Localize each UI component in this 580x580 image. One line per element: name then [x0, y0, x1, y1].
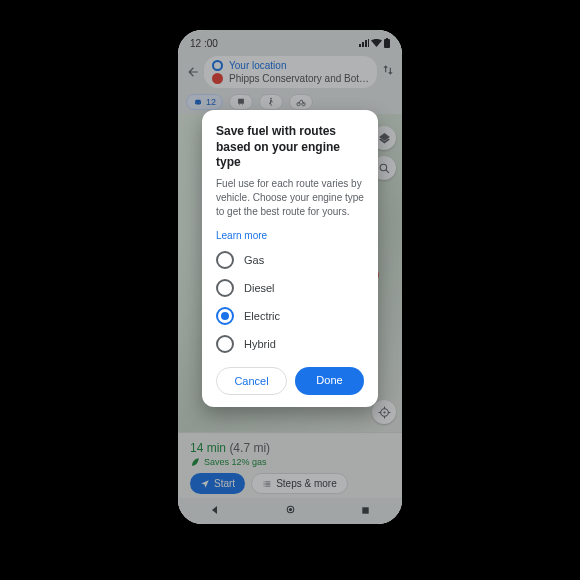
option-hybrid[interactable]: Hybrid: [216, 335, 364, 353]
option-label: Diesel: [244, 282, 275, 294]
cancel-button[interactable]: Cancel: [216, 367, 287, 395]
dialog-title: Save fuel with routes based on your engi…: [216, 124, 364, 171]
done-button[interactable]: Done: [295, 367, 364, 395]
phone-frame: 12 :00 Your location: [170, 22, 410, 532]
dialog-body: Fuel use for each route varies by vehicl…: [216, 177, 364, 219]
learn-more-link[interactable]: Learn more: [216, 230, 267, 241]
radio-icon: [216, 251, 234, 269]
radio-icon: [216, 307, 234, 325]
screen: 12 :00 Your location: [178, 30, 402, 524]
option-gas[interactable]: Gas: [216, 251, 364, 269]
option-label: Hybrid: [244, 338, 276, 350]
engine-type-dialog: Save fuel with routes based on your engi…: [202, 110, 378, 407]
radio-icon: [216, 279, 234, 297]
option-label: Gas: [244, 254, 264, 266]
engine-options: Gas Diesel Electric Hybrid: [216, 251, 364, 353]
option-label: Electric: [244, 310, 280, 322]
radio-icon: [216, 335, 234, 353]
option-diesel[interactable]: Diesel: [216, 279, 364, 297]
option-electric[interactable]: Electric: [216, 307, 364, 325]
